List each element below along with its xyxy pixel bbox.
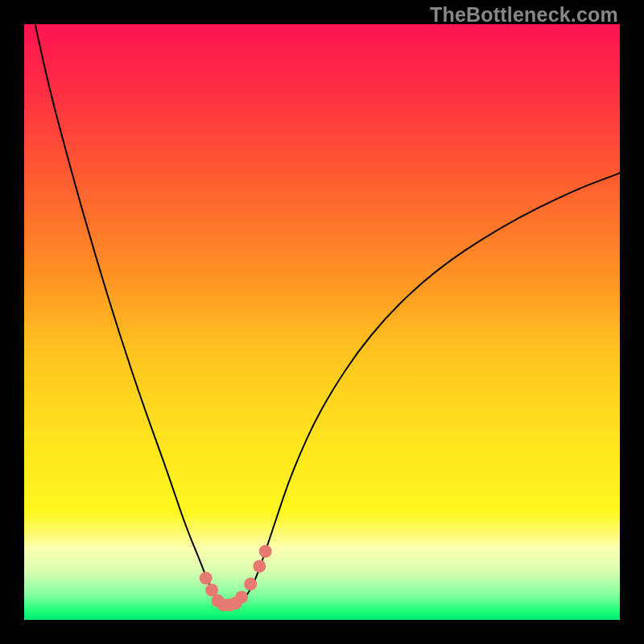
plot-area [24, 24, 620, 620]
bottleneck-curve [24, 24, 620, 620]
watermark-text: TheBottleneck.com [430, 3, 618, 27]
marker-dot [200, 572, 213, 584]
marker-dot [244, 578, 257, 591]
marker-dot [253, 559, 266, 572]
chart-frame: TheBottleneck.com [0, 0, 644, 644]
marker-dot [235, 591, 248, 604]
marker-dot [259, 545, 272, 558]
